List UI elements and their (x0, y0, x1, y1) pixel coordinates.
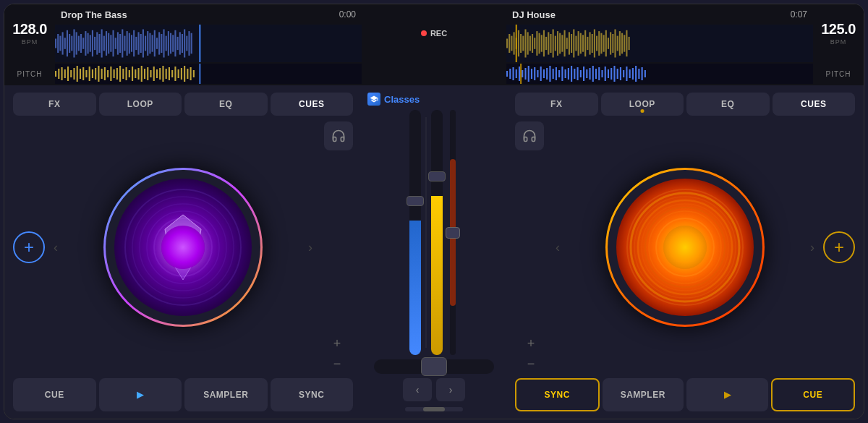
tab-fx-right[interactable]: FX (515, 93, 598, 116)
svg-rect-198 (601, 70, 603, 77)
nav-btns: ‹ › (403, 378, 465, 401)
tab-loop-right[interactable]: LOOP (601, 93, 684, 116)
svg-rect-114 (624, 35, 625, 51)
svg-rect-130 (89, 67, 90, 81)
sync-btn-left[interactable]: SYNC (271, 378, 354, 411)
svg-rect-85 (557, 31, 558, 56)
svg-rect-177 (537, 70, 538, 77)
svg-rect-70 (522, 36, 524, 51)
classes-btn[interactable]: Classes (367, 93, 420, 106)
headphone-btn-right[interactable] (515, 121, 544, 150)
play-btn-right[interactable]: ▶ (686, 378, 768, 411)
svg-rect-68 (518, 30, 519, 56)
crossfader-track[interactable] (374, 359, 494, 374)
turntable-left[interactable] (103, 168, 263, 327)
main-fader-thumb[interactable] (446, 227, 460, 239)
scroll-bar[interactable] (405, 407, 463, 411)
tabs-row-right: FX LOOP EQ CUES (515, 93, 855, 116)
svg-rect-52 (172, 35, 174, 51)
turntable-area-right: + ‹ (515, 121, 855, 372)
cue-btn-left[interactable]: CUE (13, 378, 96, 411)
svg-rect-203 (617, 69, 618, 79)
svg-rect-77 (539, 33, 540, 54)
pitch-minus-right[interactable]: − (522, 355, 540, 372)
svg-rect-97 (584, 30, 586, 56)
pitch-plus-left[interactable]: + (328, 335, 346, 352)
svg-rect-164 (193, 70, 195, 77)
svg-rect-10 (76, 32, 77, 54)
main-fader[interactable] (450, 110, 456, 355)
fader-left[interactable] (409, 110, 421, 355)
svg-rect-139 (116, 68, 118, 80)
svg-rect-83 (553, 30, 554, 58)
nav-arrow-left-deck-right[interactable]: ‹ (553, 234, 563, 260)
svg-rect-208 (632, 68, 634, 80)
svg-rect-100 (592, 34, 593, 53)
pitch-minus-left[interactable]: − (328, 355, 346, 372)
tab-eq-left[interactable]: EQ (184, 93, 268, 116)
svg-rect-170 (516, 69, 517, 78)
fader-right[interactable] (431, 110, 443, 355)
bottom-btns-right: SYNC SAMPLER ▶ CUE (515, 378, 855, 411)
svg-rect-186 (565, 69, 566, 78)
svg-rect-172 (522, 70, 523, 77)
turntable-right[interactable] (605, 168, 765, 327)
tab-eq-right[interactable]: EQ (686, 93, 770, 116)
svg-rect-94 (578, 31, 579, 56)
crossfader-section (367, 359, 501, 374)
tab-loop-left[interactable]: LOOP (99, 93, 182, 116)
svg-rect-137 (110, 67, 111, 81)
cue-btn-right[interactable]: CUE (771, 378, 856, 411)
plus-btn-left[interactable]: + (13, 231, 45, 263)
svg-rect-111 (617, 36, 618, 51)
svg-rect-12 (80, 34, 82, 53)
svg-rect-95 (580, 33, 582, 54)
tab-cues-right[interactable]: CUES (773, 93, 856, 116)
svg-rect-196 (595, 69, 597, 79)
pitch-label-right: PITCH (813, 70, 864, 78)
svg-rect-50 (168, 31, 169, 56)
svg-rect-21 (101, 30, 103, 58)
pitch-plus-right[interactable]: + (522, 335, 540, 352)
svg-rect-153 (159, 68, 161, 80)
svg-rect-185 (561, 67, 563, 81)
nav-arrow-right-deck-left[interactable]: › (305, 234, 315, 260)
plus-btn-right[interactable]: + (823, 231, 855, 263)
svg-rect-144 (132, 67, 133, 81)
svg-rect-25 (110, 35, 111, 51)
svg-rect-16 (90, 35, 91, 51)
svg-rect-207 (629, 69, 631, 78)
nav-arrow-left-deck-left[interactable]: ‹ (51, 234, 61, 260)
nav-prev-btn[interactable]: ‹ (403, 378, 432, 401)
svg-rect-79 (543, 30, 545, 56)
svg-rect-39 (142, 30, 144, 58)
tab-cues-left[interactable]: CUES (271, 93, 354, 116)
pitch-controls-right: + − (522, 335, 540, 372)
play-btn-left[interactable]: ▶ (99, 378, 182, 411)
svg-rect-26 (113, 30, 114, 56)
nav-arrow-right-deck-right[interactable]: › (807, 234, 817, 260)
tab-fx-left[interactable]: FX (13, 93, 96, 116)
svg-rect-54 (177, 37, 179, 50)
headphone-btn-left[interactable] (324, 121, 353, 150)
svg-rect-169 (512, 67, 514, 80)
svg-rect-212 (644, 70, 646, 77)
crossfader-thumb[interactable] (421, 357, 447, 376)
fader-thumb-left[interactable] (407, 196, 424, 206)
svg-rect-150 (150, 70, 151, 77)
svg-rect-113 (621, 33, 623, 54)
svg-rect-2 (57, 34, 59, 53)
svg-rect-18 (94, 37, 95, 50)
fader-thumb-right[interactable] (428, 171, 446, 181)
svg-rect-182 (553, 69, 554, 79)
sampler-btn-right[interactable]: SAMPLER (603, 378, 684, 411)
nav-next-btn[interactable]: › (436, 378, 465, 401)
svg-rect-87 (561, 35, 563, 51)
sampler-btn-left[interactable]: SAMPLER (184, 378, 268, 411)
sync-btn-right[interactable]: SYNC (515, 378, 600, 411)
svg-rect-105 (603, 35, 605, 51)
svg-rect-174 (528, 66, 529, 82)
deck-left: FX LOOP EQ CUES + ‹ (4, 85, 362, 419)
svg-rect-62 (506, 25, 813, 62)
svg-rect-181 (549, 66, 550, 82)
